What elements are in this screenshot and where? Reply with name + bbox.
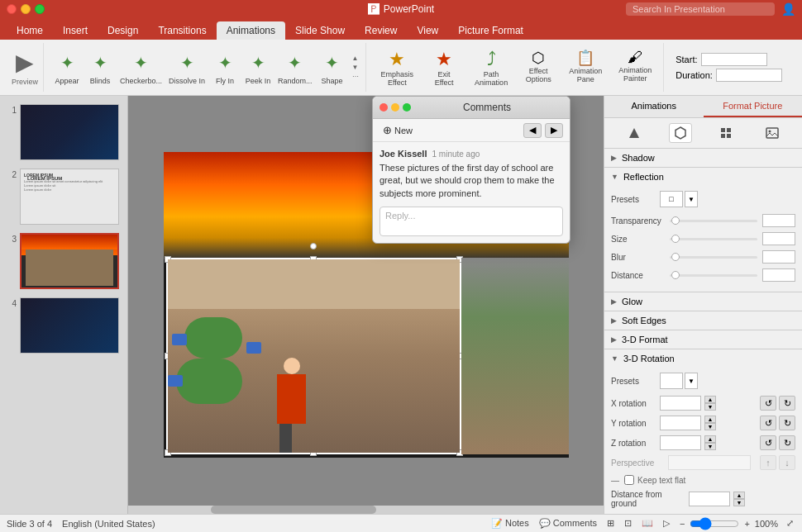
z-rotate-left-button[interactable]: ↺ [760,435,776,450]
zoom-in-button[interactable]: + [742,517,751,530]
y-rotate-left-button[interactable]: ↺ [760,416,776,430]
anim-flyin[interactable]: ✦ Fly In [210,48,240,87]
zoom-slider[interactable] [690,517,739,530]
transparency-thumb[interactable] [671,216,680,225]
transparency-slider[interactable] [670,220,757,222]
duration-input[interactable] [716,69,782,82]
z-rotation-down[interactable]: ▼ [704,443,716,450]
effect-options-button[interactable]: ⬡ Effect Options [518,45,559,90]
slide-thumb-2[interactable]: 2 LOREM IPSUM Lorem ipsum dolor sit amet… [3,167,124,226]
anim-appear[interactable]: ✦ Appear [52,48,82,87]
blur-value[interactable] [762,250,795,264]
transparency-value[interactable] [762,214,795,227]
x-rotation-input[interactable]: 0° [660,396,701,411]
glow-section-header[interactable]: ▶ Glow [604,292,802,311]
blur-slider[interactable] [670,256,757,259]
anim-checkerboard[interactable]: ✦ Checkerbo... [118,48,164,87]
icon-tab-shape[interactable] [623,123,646,143]
3d-rotation-section-header[interactable]: ▼ 3-D Rotation [604,349,802,368]
keep-text-flat-checkbox[interactable] [624,475,634,485]
rotation-handle[interactable] [310,243,317,249]
soft-edges-section-header[interactable]: ▶ Soft Edges [604,311,802,330]
horizontal-scrollbar[interactable] [128,506,604,514]
x-rotation-up[interactable]: ▲ [704,396,716,403]
icon-tab-hexagon[interactable] [669,123,692,143]
z-rotate-right-button[interactable]: ↻ [779,435,795,450]
slideshow-button[interactable]: ▷ [661,516,671,530]
reply-input[interactable]: Reply... [380,207,563,236]
size-value[interactable] [762,232,795,245]
preview-button[interactable]: ▶ Preview [12,49,38,86]
x-rotate-right-button[interactable]: ↻ [779,396,795,411]
distance-value[interactable] [762,268,795,282]
normal-view-button[interactable]: ⊞ [605,516,616,530]
notes-button[interactable]: 📝 Notes [489,516,531,530]
exit-effect-button[interactable]: ★ Exit Effect [423,45,465,90]
size-thumb[interactable] [671,235,680,243]
animation-pane-button[interactable]: 📋 Animation Pane [562,45,609,90]
panel-tab-format-picture[interactable]: Format Picture [704,96,803,117]
comments-button[interactable]: 💬 Comments [537,516,599,530]
3d-preset-box[interactable] [660,373,683,389]
tab-review[interactable]: Review [355,21,407,40]
y-rotation-down[interactable]: ▼ [704,423,716,430]
next-comment-button[interactable]: ▶ [545,123,563,138]
tab-animations[interactable]: Animations [217,21,285,40]
distance-slider[interactable] [670,274,757,277]
perspective-up-button[interactable]: ↑ [760,455,776,470]
animation-painter-button[interactable]: 🖌 Animation Painter [612,45,658,90]
3d-preset-dropdown[interactable]: ▼ [685,373,698,389]
scrollbar-thumb[interactable] [211,506,376,514]
tab-slideshow[interactable]: Slide Show [285,21,355,40]
tab-picture-format[interactable]: Picture Format [448,21,533,40]
size-slider[interactable] [670,238,757,240]
slide-thumb-1[interactable]: 1 [3,102,124,162]
zoom-out-button[interactable]: − [678,517,686,530]
tab-insert[interactable]: Insert [53,21,98,40]
y-rotation-input[interactable]: 0° [660,416,701,430]
icon-tab-grid[interactable] [714,123,738,143]
x-rotation-down[interactable]: ▼ [704,403,716,411]
distance-thumb[interactable] [671,271,680,279]
icon-tab-image[interactable] [761,123,784,143]
shadow-section-header[interactable]: ▶ Shadow [604,149,802,167]
tab-transitions[interactable]: Transitions [148,21,216,40]
distance-ground-input[interactable]: 0 pt [689,492,730,506]
z-rotation-up[interactable]: ▲ [704,435,716,443]
selected-image[interactable] [166,258,461,454]
blur-thumb[interactable] [671,253,680,261]
more-animations-button[interactable]: ▲ ▼ ⋯ [351,53,360,82]
y-rotate-right-button[interactable]: ↻ [779,416,795,430]
distance-up[interactable]: ▲ [733,492,745,499]
y-rotation-up[interactable]: ▲ [704,416,716,423]
reflection-preset-dropdown[interactable]: ▼ [685,191,698,207]
reading-view-button[interactable]: 📖 [640,516,655,530]
anim-shape[interactable]: ✦ Shape [317,48,347,87]
distance-down[interactable]: ▼ [733,499,745,506]
slide-thumb-3[interactable]: 3 [3,231,124,291]
anim-blinds[interactable]: ✦ Blinds [85,48,115,87]
tab-view[interactable]: View [407,21,448,40]
search-input[interactable] [626,2,775,16]
perspective-down-button[interactable]: ↓ [779,455,795,470]
reflection-preset-box[interactable]: □ [660,191,683,207]
tab-design[interactable]: Design [98,21,148,40]
3d-format-section-header[interactable]: ▶ 3-D Format [604,330,802,349]
new-comment-button[interactable]: ⊕ New [380,122,416,138]
user-icon[interactable]: 👤 [781,2,795,16]
anim-peekin[interactable]: ✦ Peek In [243,48,273,87]
dialog-close-button[interactable] [380,103,388,112]
z-rotation-input[interactable]: 0° [660,435,701,450]
maximize-button[interactable] [35,4,45,14]
tab-home[interactable]: Home [7,21,53,40]
anim-random[interactable]: ✦ Random... [276,48,314,87]
prev-comment-button[interactable]: ◀ [523,123,542,138]
anim-dissolve[interactable]: ✦ Dissolve In [167,48,207,87]
dialog-minimize-button[interactable] [391,103,399,112]
panel-tab-animations[interactable]: Animations [604,96,704,117]
minimize-button[interactable] [21,4,31,14]
path-animation-button[interactable]: ⤴ Path Animation [468,45,514,90]
slide-thumb-4[interactable]: 4 [3,296,124,355]
dialog-maximize-button[interactable] [403,103,411,112]
emphasis-effect-button[interactable]: ★ Emphasis Effect [375,45,421,90]
